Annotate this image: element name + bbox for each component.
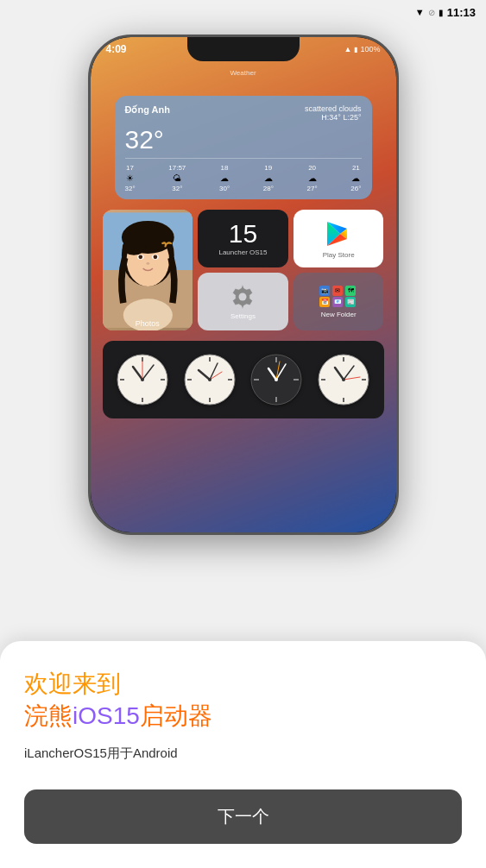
svg-point-6	[122, 239, 145, 255]
welcome-line2: 浣熊iOS15启动器	[24, 701, 462, 732]
svg-point-10	[153, 255, 157, 259]
folder-app[interactable]: 📷 ✉ 🗺 📅 📧 📰 New Folder	[293, 273, 384, 330]
svg-point-9	[138, 255, 142, 259]
phone-screen: 4:09 ▲ ▮ 100% Đống Anh scattered clouds …	[91, 37, 396, 532]
photos-image	[103, 210, 193, 330]
svg-point-55	[342, 378, 345, 381]
weather-widget: Đống Anh scattered clouds H:34° L:25° 32…	[115, 96, 372, 199]
weather-widget-container: Đống Anh scattered clouds H:34° L:25° 32…	[103, 66, 384, 77]
clock-2	[183, 348, 237, 412]
weather-hi-lo: H:34° L:25°	[305, 113, 362, 125]
settings-label: Settings	[230, 312, 256, 320]
welcome-brand: 浣熊	[24, 702, 73, 729]
weather-location: Đống Anh	[125, 104, 170, 116]
phone-signal-icon: ▲	[344, 45, 352, 53]
forecast-day-5: 20 ☁ 27°	[307, 164, 318, 192]
weather-label: Weather	[103, 69, 384, 77]
welcome-line1: 欢迎来到	[24, 669, 462, 700]
system-time: 11:13	[447, 6, 476, 19]
app-grid: Photos 15 Launcher OS15	[103, 210, 384, 330]
settings-icon	[229, 283, 256, 311]
folder-grid: 📷 ✉ 🗺 📅 📧 📰	[319, 286, 357, 307]
welcome-suffix: 启动器	[140, 702, 212, 729]
clocks-widget	[103, 341, 384, 418]
phone-battery-icon: ▮	[354, 46, 357, 53]
settings-app[interactable]: Settings	[198, 273, 288, 330]
next-button[interactable]: 下一个	[24, 789, 462, 844]
forecast-day-2: 17:57 🌤 32°	[168, 164, 186, 192]
forecast-day-4: 19 ☁ 28°	[263, 164, 274, 192]
launcher-label: Launcher OS15	[218, 248, 267, 256]
forecast-day-6: 21 ☁ 26°	[350, 164, 361, 192]
wifi-icon: ▼	[415, 7, 425, 17]
weather-header: Đống Anh scattered clouds H:34° L:25°	[125, 104, 362, 125]
clock-3	[249, 348, 303, 412]
photos-label: Photos	[103, 319, 193, 328]
sim-icon: ⊘	[428, 8, 435, 17]
battery-icon: ▮	[439, 8, 444, 17]
forecast-day-1: 17 ☀ 32°	[125, 164, 136, 192]
launcher-app[interactable]: 15 Launcher OS15	[198, 210, 288, 267]
playstore-app[interactable]: Play Store	[293, 210, 384, 267]
forecast-day-3: 18 ☁ 30°	[219, 164, 230, 192]
svg-point-18	[239, 293, 247, 301]
phone-status-icons: ▲ ▮ 100%	[344, 45, 381, 53]
playstore-icon	[323, 218, 354, 249]
svg-point-28	[141, 378, 144, 381]
phone-battery-pct: 100%	[360, 45, 380, 53]
weather-condition: scattered clouds	[305, 104, 362, 113]
system-status-bar: ▼ ⊘ ▮ 11:13	[0, 0, 486, 24]
weather-condition-block: scattered clouds H:34° L:25°	[305, 104, 362, 125]
welcome-card: 欢迎来到 浣熊iOS15启动器 iLancherOS15用于Android 下一…	[0, 641, 486, 868]
welcome-text: 欢迎来到 浣熊iOS15启动器	[24, 669, 462, 732]
status-icons: ▼ ⊘ ▮ 11:13	[415, 6, 476, 19]
welcome-ios15: iOS15	[73, 702, 140, 729]
svg-point-46	[275, 378, 278, 381]
sub-text: iLancherOS15用于Android	[24, 745, 462, 762]
weather-forecast: 17 ☀ 32° 17:57 🌤 32° 18 ☁ 30°	[125, 158, 362, 192]
phone-notch	[187, 37, 300, 61]
svg-point-37	[208, 378, 211, 381]
clock-4	[317, 348, 370, 412]
weather-temperature: 32°	[125, 127, 164, 153]
clock-1	[116, 348, 169, 412]
launcher-number: 15	[229, 221, 257, 247]
folder-label: New Folder	[321, 311, 357, 318]
svg-point-11	[146, 262, 149, 265]
weather-temp-row: 32°	[125, 127, 362, 153]
photos-app[interactable]: Photos	[103, 210, 193, 330]
playstore-label: Play Store	[323, 251, 355, 259]
phone-frame: 4:09 ▲ ▮ 100% Đống Anh scattered clouds …	[88, 35, 399, 535]
phone-time: 4:09	[106, 43, 127, 55]
